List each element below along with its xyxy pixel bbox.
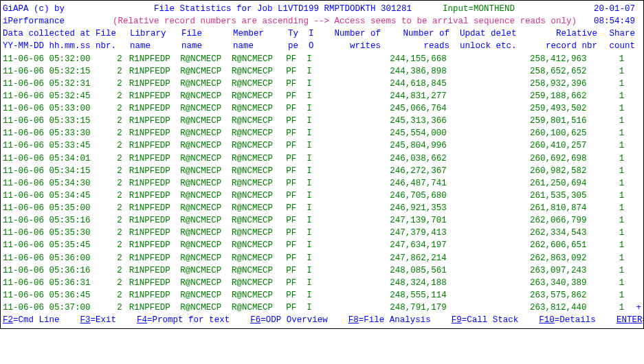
cell-file: R@NCMECP	[180, 239, 232, 251]
fkey-f8[interactable]: F8=File Analysis	[348, 314, 431, 326]
table-row[interactable]: 11-06-06 05:33:302R1NPFEDPR@NCMECPR@NCME…	[3, 127, 641, 139]
cell-lib: R1NPFEDP	[129, 152, 181, 165]
cell-updat	[450, 139, 518, 152]
cell-updat	[450, 152, 518, 165]
cell-file: R@NCMECP	[180, 78, 232, 90]
cell-share: 1	[590, 65, 624, 78]
cell-updat	[450, 252, 518, 264]
table-row[interactable]: 11-06-06 05:34:302R1NPFEDPR@NCMECPR@NCME…	[3, 177, 641, 190]
cell-rel: 259,801,516	[518, 115, 590, 127]
cell-timestamp: 11-06-06 05:36:45	[3, 289, 95, 302]
cell-timestamp: 11-06-06 05:34:30	[3, 177, 95, 190]
fkey-bar: F2=Cmd Line F3=Exit F4=Prompt for text F…	[3, 314, 641, 326]
cell-member: R@NCMECP	[232, 152, 286, 165]
cell-share: 1	[590, 252, 624, 264]
table-row[interactable]: 11-06-06 05:33:002R1NPFEDPR@NCMECPR@NCME…	[3, 102, 641, 115]
hdr-lib: Library	[130, 27, 181, 40]
cell-lib: R1NPFEDP	[129, 289, 181, 302]
cell-share: 1	[590, 152, 624, 165]
cell-type: PF	[286, 115, 307, 127]
cell-timestamp: 11-06-06 05:33:15	[3, 115, 95, 127]
fkey-f9[interactable]: F9=Call Stack	[452, 314, 519, 326]
cell-filenbr: 2	[95, 78, 129, 90]
cell-member: R@NCMECP	[232, 277, 286, 289]
table-row[interactable]: 11-06-06 05:36:452R1NPFEDPR@NCMECPR@NCME…	[3, 289, 641, 302]
cell-type: PF	[286, 152, 307, 165]
table-row[interactable]: 11-06-06 05:32:312R1NPFEDPR@NCMECPR@NCME…	[3, 78, 641, 90]
cell-type: PF	[286, 102, 307, 115]
table-row[interactable]: 11-06-06 05:35:452R1NPFEDPR@NCMECPR@NCME…	[3, 239, 641, 251]
cell-file: R@NCMECP	[180, 227, 232, 239]
table-row[interactable]: 11-06-06 05:33:452R1NPFEDPR@NCMECPR@NCME…	[3, 139, 641, 152]
cell-reads: 246,921,353	[378, 202, 449, 214]
cell-rel: 259,493,502	[518, 102, 590, 115]
cell-rel: 260,100,625	[518, 127, 590, 139]
cell-writes	[324, 252, 378, 264]
table-row[interactable]: 11-06-06 05:33:152R1NPFEDPR@NCMECPR@NCME…	[3, 115, 641, 127]
fkey-f6[interactable]: F6=ODP Overview	[250, 314, 328, 326]
cell-writes	[324, 190, 378, 202]
cell-share: 1	[590, 90, 624, 102]
cell-rel: 262,863,092	[518, 252, 590, 264]
cell-timestamp: 11-06-06 05:32:00	[3, 53, 95, 65]
cell-timestamp: 11-06-06 05:34:15	[3, 165, 95, 177]
cell-member: R@NCMECP	[232, 264, 286, 277]
cell-filenbr: 2	[95, 302, 129, 314]
cell-updat	[450, 190, 518, 202]
cell-file: R@NCMECP	[180, 264, 232, 277]
cell-rel: 263,812,440	[518, 302, 590, 314]
cell-file: R@NCMECP	[180, 190, 232, 202]
table-row[interactable]: 11-06-06 05:32:002R1NPFEDPR@NCMECPR@NCME…	[3, 53, 641, 65]
fkey-f10[interactable]: F10=Details	[539, 314, 596, 326]
app-name: GiAPA (c) by	[3, 3, 154, 15]
table-row[interactable]: 11-06-06 05:35:302R1NPFEDPR@NCMECPR@NCME…	[3, 227, 641, 239]
cell-updat	[450, 214, 518, 227]
table-row[interactable]: 11-06-06 05:34:152R1NPFEDPR@NCMECPR@NCME…	[3, 165, 641, 177]
cell-type: PF	[286, 252, 307, 264]
cell-reads: 247,634,197	[378, 239, 449, 251]
cell-member: R@NCMECP	[232, 115, 286, 127]
cell-timestamp: 11-06-06 05:33:00	[3, 102, 95, 115]
cell-timestamp: 11-06-06 05:32:15	[3, 65, 95, 78]
cell-lib: R1NPFEDP	[129, 264, 181, 277]
more-indicator-icon	[624, 127, 641, 139]
table-row[interactable]: 11-06-06 05:34:452R1NPFEDPR@NCMECPR@NCME…	[3, 190, 641, 202]
cell-io: I	[307, 102, 324, 115]
fkey-f3[interactable]: F3=Exit	[80, 314, 117, 326]
cell-member: R@NCMECP	[232, 53, 286, 65]
more-indicator-icon	[624, 190, 641, 202]
cell-type: PF	[286, 53, 307, 65]
table-row[interactable]: 11-06-06 05:32:152R1NPFEDPR@NCMECPR@NCME…	[3, 65, 641, 78]
cell-lib: R1NPFEDP	[129, 78, 181, 90]
table-row[interactable]: 11-06-06 05:35:002R1NPFEDPR@NCMECPR@NCME…	[3, 202, 641, 214]
fkey-f4[interactable]: F4=Prompt for text	[137, 314, 230, 326]
hdr-io: I	[309, 27, 326, 40]
cell-share: 1	[590, 139, 624, 152]
table-row[interactable]: 11-06-06 05:36:162R1NPFEDPR@NCMECPR@NCME…	[3, 264, 641, 277]
table-row[interactable]: 11-06-06 05:34:012R1NPFEDPR@NCMECPR@NCME…	[3, 152, 641, 165]
cell-io: I	[307, 65, 324, 78]
cell-member: R@NCMECP	[232, 90, 286, 102]
table-row[interactable]: 11-06-06 05:36:002R1NPFEDPR@NCMECPR@NCME…	[3, 252, 641, 264]
cell-share: 1	[590, 227, 624, 239]
cell-share: 1	[590, 115, 624, 127]
table-row[interactable]: 11-06-06 05:35:162R1NPFEDPR@NCMECPR@NCME…	[3, 214, 641, 227]
fkey-f2[interactable]: F2=Cmd Line	[3, 314, 60, 326]
cell-timestamp: 11-06-06 05:32:45	[3, 90, 95, 102]
table-row[interactable]: 11-06-06 05:32:452R1NPFEDPR@NCMECPR@NCME…	[3, 90, 641, 102]
cell-io: I	[307, 202, 324, 214]
table-row[interactable]: 11-06-06 05:37:002R1NPFEDPR@NCMECPR@NCME…	[3, 302, 641, 314]
fkey-enter[interactable]: ENTER=Go to Top	[617, 314, 644, 326]
cell-member: R@NCMECP	[232, 252, 286, 264]
hdr2-reads: reads	[381, 40, 453, 52]
cell-type: PF	[286, 139, 307, 152]
cell-lib: R1NPFEDP	[129, 214, 181, 227]
cell-member: R@NCMECP	[232, 302, 286, 314]
cell-reads: 244,618,845	[378, 78, 449, 90]
cell-member: R@NCMECP	[232, 289, 286, 302]
more-indicator-icon	[624, 102, 641, 115]
cell-rel: 263,097,243	[518, 264, 590, 277]
table-row[interactable]: 11-06-06 05:36:312R1NPFEDPR@NCMECPR@NCME…	[3, 277, 641, 289]
company: iPerformance	[3, 15, 113, 27]
cell-writes	[324, 115, 378, 127]
